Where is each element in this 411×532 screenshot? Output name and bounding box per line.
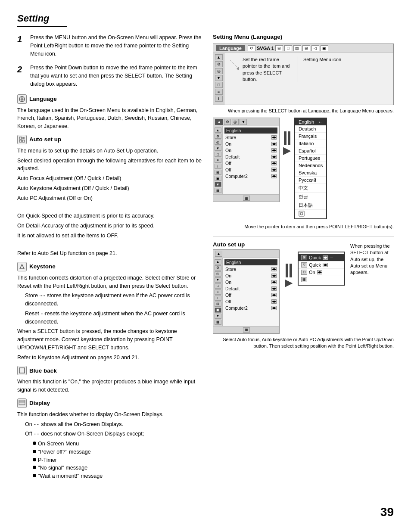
step-2-number: 2: [17, 64, 27, 88]
mini-sb-2[interactable]: ⚙: [215, 134, 221, 139]
auto-row-on1-arrow[interactable]: ◀▶: [271, 274, 277, 278]
auto-bottom-btn[interactable]: ▦: [243, 327, 250, 333]
menu-topbar-label: Language: [216, 45, 245, 51]
bullet-no-signal: "No signal" message: [17, 464, 202, 472]
auto-sb-5[interactable]: □: [215, 283, 221, 289]
bullet-dot: [33, 450, 36, 453]
auto-quick1-arrow[interactable]: ◀▶: [323, 255, 328, 260]
mini-row-off2-arrow[interactable]: ◀▶: [271, 168, 277, 172]
mini-bottom-sidebar: ▦: [213, 194, 279, 202]
auto-quick2-label: Quick: [309, 262, 321, 268]
auto-bottom-annotation: Select Auto focus, Auto keystone or Auto…: [213, 336, 394, 350]
lang-item-francais[interactable]: Français: [295, 133, 326, 140]
auto-annotation-title: When pressing the SELECT button at Auto …: [350, 243, 394, 276]
lang-item-espanol[interactable]: Español: [295, 147, 326, 155]
mini-row-default: Default◀▶: [224, 154, 277, 160]
auto-row-english: English: [224, 259, 277, 265]
keystone-section-header: Keystone: [17, 262, 202, 271]
auto-sb-9[interactable]: ▣: [215, 308, 221, 313]
auto-row-off2: Off◀▶: [224, 299, 277, 305]
auto-row-off1-arrow[interactable]: ◀▶: [271, 293, 277, 297]
auto-mini-sidebar: ▲ ⚙ ◎ ▼ □ ≡ I ⊞ ▣ ▼ ▦: [213, 258, 223, 326]
auto-sb-10[interactable]: ▼: [215, 314, 221, 319]
mini-row-english: English: [224, 128, 277, 134]
mini-sb-1[interactable]: ▲: [215, 128, 221, 133]
mini-sb-9[interactable]: ▣: [215, 176, 221, 181]
sidebar-btn-focus[interactable]: ◎: [215, 68, 223, 74]
mini-row-store-arrow[interactable]: ◀▶: [271, 135, 277, 140]
mini-sb-4[interactable]: ▼: [215, 146, 221, 151]
mini-sb-11[interactable]: ▦: [215, 188, 221, 193]
setting-menu-icon-label: Setting Menu icon: [303, 56, 341, 63]
sidebar-btn-i[interactable]: I: [215, 96, 223, 102]
auto-sb-11[interactable]: ▦: [215, 320, 221, 325]
auto-quick2-arrow[interactable]: ◀▶: [323, 263, 328, 267]
auto-row-comp2-arrow[interactable]: ◀▶: [271, 306, 277, 310]
auto-sb-3[interactable]: ◎: [215, 271, 221, 277]
lang-item-chinese[interactable]: 中文: [295, 184, 326, 193]
mini-topbar-label: ▲: [215, 119, 223, 125]
sidebar-btn-gear[interactable]: ⚙: [215, 61, 223, 67]
double-bar-arrow: ▶: [283, 118, 291, 169]
lang-item-portugues[interactable]: Portugues: [295, 155, 326, 162]
auto-setup-body: The menu is to set up the details on Aut…: [17, 147, 202, 258]
auto-mini-bottom: ▦: [213, 326, 279, 333]
mini-sb-10[interactable]: ▼: [215, 182, 221, 187]
auto-row-off2-arrow[interactable]: ◀▶: [271, 299, 277, 304]
lang-item-svenska[interactable]: Svenska: [295, 169, 326, 177]
mini-sb-6[interactable]: ≡: [215, 158, 221, 163]
right-arrow: ▶: [283, 145, 291, 156]
lang-item-deutsch[interactable]: Deutsch: [295, 125, 326, 133]
auto-sb-2[interactable]: ⚙: [215, 265, 221, 271]
sidebar-btn-menu[interactable]: ≡: [215, 89, 223, 95]
auto-setup-right-section: Auto set up ▲ ▲ ⚙ ◎ ▼: [213, 241, 394, 334]
mini-bottom-btn[interactable]: ▦: [243, 196, 250, 201]
auto-setup-icon: [17, 135, 27, 144]
lang-item-italiano[interactable]: Italiano: [295, 140, 326, 147]
lang-item-japanese[interactable]: 日本語: [295, 201, 326, 210]
sidebar-btn-down-1[interactable]: ▼: [215, 75, 223, 81]
mini-sb-5[interactable]: □: [215, 152, 221, 157]
auto-on-arrow[interactable]: ◀▶: [317, 270, 322, 274]
lang-item-russian[interactable]: Русский: [295, 177, 326, 184]
bullet-dot: [33, 466, 36, 469]
auto-row-store-arrow[interactable]: ◀▶: [271, 267, 277, 271]
mini-sb-7[interactable]: I: [215, 164, 221, 169]
auto-quick1-label: Quick: [309, 255, 321, 260]
blue-back-body: When this function is "On," the projecto…: [17, 378, 202, 394]
auto-sb-1[interactable]: ▲: [215, 259, 221, 264]
lang-item-korean[interactable]: 한글: [295, 193, 326, 201]
lang-item-icon[interactable]: [295, 210, 326, 218]
bullet-on-screen-menu: On-Screen Menu: [17, 440, 202, 448]
menu-icon-3: ▤: [293, 45, 301, 51]
svg-point-15: [300, 212, 303, 215]
lang-item-english[interactable]: English ←: [295, 118, 326, 125]
auto-keystone-icon: ▽: [301, 262, 307, 268]
auto-sb-7[interactable]: I: [215, 296, 221, 301]
auto-opt-icon-row: ▦: [299, 276, 344, 283]
bullet-p-timer: P-Timer: [17, 456, 202, 464]
auto-sb-6[interactable]: ≡: [215, 289, 221, 295]
mini-row-on1-arrow[interactable]: ◀▶: [271, 142, 277, 146]
auto-sb-8[interactable]: ⊞: [215, 302, 221, 307]
display-section-header: Display: [17, 398, 202, 408]
mini-row-comp2-arrow[interactable]: ◀▶: [271, 174, 277, 178]
auto-row-on2-arrow[interactable]: ◀▶: [271, 280, 277, 284]
menu-sidebar-top: ▲ ⚙ ◎ ▼ □ ≡ I: [213, 53, 224, 105]
sidebar-btn-rect[interactable]: □: [215, 82, 223, 88]
mini-row-on2-arrow[interactable]: ◀▶: [271, 148, 277, 152]
auto-sb-4[interactable]: ▼: [215, 277, 221, 283]
auto-mini-icon1: ▲: [215, 251, 222, 257]
bullet-dot: [33, 442, 36, 445]
mini-row-off1-arrow[interactable]: ◀▶: [271, 161, 277, 165]
mini-sb-3[interactable]: ◎: [215, 140, 221, 145]
mini-sb-8[interactable]: ⊞: [215, 170, 221, 175]
mini-row-default-arrow[interactable]: ◀▶: [271, 155, 277, 159]
svg-rect-14: [299, 211, 304, 216]
svg-line-12: [230, 60, 239, 69]
lang-item-nederlands[interactable]: Nederlands: [295, 162, 326, 169]
step-2: 2 Press the Point Down button to move th…: [17, 64, 202, 88]
mini-panel-body: ▲ ⚙ ◎ ▼ □ ≡ I ⊞ ▣ ▼ ▦: [213, 126, 279, 194]
auto-row-default-arrow[interactable]: ◀▶: [271, 286, 277, 291]
sidebar-btn-up-1[interactable]: ▲: [215, 54, 223, 60]
